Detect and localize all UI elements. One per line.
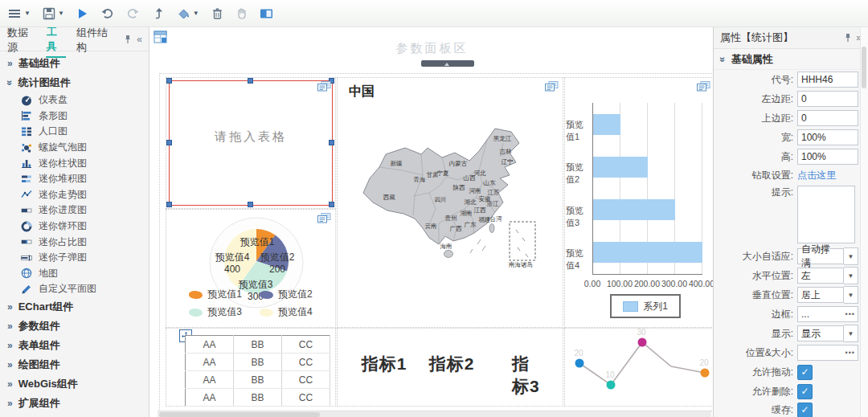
legend-item[interactable]: 预览值3 [189, 305, 242, 319]
dropdown-button[interactable]: ▼ [844, 247, 858, 265]
sidebar-section-6[interactable]: »WebGis组件 [0, 374, 149, 394]
tip-textarea[interactable] [797, 186, 855, 243]
autosize-select[interactable]: 自动撑满 [797, 248, 844, 264]
dropdown-button[interactable]: ▼ [844, 286, 858, 304]
table-cell[interactable]: CC [282, 336, 330, 354]
pin-icon[interactable] [844, 33, 852, 43]
halign-select[interactable]: 左 [797, 268, 844, 284]
line-chart-widget[interactable]: 20103020 [564, 328, 713, 407]
vertical-scrollbar[interactable] [860, 27, 868, 417]
table-placeholder-widget[interactable]: 请拖入表格 [166, 77, 336, 209]
undo-icon[interactable] [100, 7, 114, 20]
table-cell[interactable]: AA [186, 336, 234, 354]
allow-delete-checkbox[interactable]: ✓ [797, 384, 813, 399]
allow-drag-checkbox[interactable]: ✓ [797, 365, 813, 380]
china-map[interactable]: 新疆西藏青海甘肃内蒙古宁夏陕西山西河北黑龙江吉林辽宁山东河南江苏安徽湖北四川贵州… [352, 117, 551, 292]
sidebar-section-0[interactable]: »基础组件 [0, 54, 149, 73]
upload-icon[interactable] [152, 7, 165, 20]
legend-item[interactable]: 预览值2 [260, 288, 313, 301]
delete-icon[interactable] [211, 7, 223, 20]
sidebar-item-仪表盘[interactable]: 仪表盘 [0, 92, 149, 108]
widget-settings-icon[interactable] [317, 213, 331, 223]
resize-handle[interactable] [329, 202, 334, 207]
sidebar-item-地图[interactable]: 地图 [0, 266, 149, 282]
sidebar-section-5[interactable]: »绘图组件 [0, 355, 149, 374]
widget-settings-icon[interactable] [317, 81, 331, 92]
table-cell[interactable]: AA [186, 371, 234, 389]
sidebar-item-迷你子弹图[interactable]: 迷你子弹图 [0, 250, 149, 266]
height-field[interactable]: 100% [797, 149, 858, 165]
more-button[interactable]: ••• [845, 349, 855, 357]
left-margin-field[interactable]: 0 [797, 91, 858, 107]
table-row[interactable]: AABBCC [186, 371, 330, 389]
sidebar-section-1[interactable]: »统计图组件 [0, 73, 149, 92]
table-cell[interactable]: BB [234, 336, 282, 354]
more-button[interactable]: ••• [845, 310, 855, 318]
collapse-sidebar-icon[interactable]: « [137, 34, 142, 45]
sidebar-item-迷你堆积图[interactable]: 迷你堆积图 [0, 171, 149, 187]
valign-select[interactable]: 居上 [797, 287, 844, 303]
width-field[interactable]: 100% [797, 129, 858, 145]
bar-chart-widget[interactable]: 预览值1预览值2预览值3预览值40.00100.00200.00300.0040… [564, 77, 713, 328]
bar[interactable] [593, 114, 620, 135]
table-cell[interactable]: BB [234, 371, 282, 389]
sidebar-item-迷你饼环图[interactable]: 迷你饼环图 [0, 219, 149, 235]
menu-icon[interactable]: ▼ [8, 7, 31, 20]
table-cell[interactable]: AA [186, 354, 234, 371]
drill-settings-link[interactable]: 点击这里 [797, 169, 836, 182]
top-margin-field[interactable]: 0 [797, 110, 858, 126]
table-row[interactable]: AABBCC [186, 336, 330, 354]
border-field[interactable]: ...••• [797, 306, 858, 322]
display-select[interactable]: 显示 [797, 325, 844, 341]
param-panel-collapse-handle[interactable] [421, 60, 474, 67]
pin-icon[interactable] [124, 35, 132, 44]
run-icon[interactable] [76, 7, 88, 20]
dropdown-caret-icon[interactable]: ▼ [24, 10, 31, 17]
table-row[interactable]: AABBCC [186, 354, 330, 371]
widget-settings-icon[interactable] [697, 81, 710, 92]
code-field[interactable]: HHH46 [797, 72, 858, 88]
sidebar-item-螺旋气泡图[interactable]: 螺旋气泡图 [0, 140, 149, 156]
table-cell[interactable]: AA [186, 389, 234, 407]
table-cell[interactable]: CC [282, 354, 330, 371]
data-table[interactable]: AABBCCAABBCCAABBCCAABBCC [185, 335, 330, 407]
sidebar-item-迷你进度图[interactable]: 迷你进度图 [0, 202, 149, 219]
legend-item[interactable]: 预览值1 [189, 288, 242, 301]
sidebar-section-7[interactable]: »扩展组件 [0, 394, 149, 413]
table-cell[interactable]: BB [234, 354, 282, 371]
sidebar-item-迷你走势图[interactable]: 迷你走势图 [0, 187, 149, 203]
widget-settings-icon[interactable] [545, 81, 559, 92]
resize-handle[interactable] [166, 78, 172, 84]
hand-icon[interactable] [235, 7, 248, 20]
resize-handle[interactable] [248, 78, 253, 84]
sidebar-item-条形图[interactable]: 条形图 [0, 108, 149, 125]
sidebar-item-自定义平面图[interactable]: 自定义平面图 [0, 281, 149, 297]
table-row[interactable]: AABBCC [186, 389, 330, 407]
sidebar-section-2[interactable]: »EChart组件 [0, 297, 149, 317]
table-cell[interactable]: BB [234, 389, 282, 407]
table-cell[interactable]: CC [282, 389, 330, 407]
map-widget[interactable]: 中国 新疆西藏青海甘肃内蒙古宁夏陕西山西河北黑龙江吉林辽宁山东河南江苏安徽湖北四… [337, 77, 563, 328]
bar[interactable] [593, 242, 702, 263]
dropdown-caret-icon[interactable]: ▼ [58, 10, 64, 17]
cache-checkbox[interactable]: ✓ [797, 403, 813, 417]
design-canvas[interactable]: 参数面板区 请拖入表格 预览值1预览值2200预览值3300预览值4400预览值… [149, 27, 713, 417]
panel-icon[interactable] [260, 7, 273, 20]
sidebar-section-4[interactable]: »表单组件 [0, 336, 149, 355]
sidebar-item-迷你占比图[interactable]: 迷你占比图 [0, 234, 149, 250]
redo-icon[interactable] [126, 7, 140, 20]
legend-item[interactable]: 预览值4 [260, 305, 313, 319]
metrics-widget[interactable]: 指标1指标2指标3 [337, 328, 563, 407]
resize-handle[interactable] [166, 202, 172, 207]
dropdown-button[interactable]: ▼ [844, 267, 858, 284]
dropdown-caret-icon[interactable]: ▼ [193, 10, 199, 17]
sidebar-item-迷你柱状图[interactable]: 迷你柱状图 [0, 155, 149, 171]
bar-legend[interactable]: 系列1 [610, 294, 681, 318]
table-cell[interactable]: CC [282, 371, 330, 389]
selection-box[interactable]: 请拖入表格 [169, 80, 333, 206]
resize-handle[interactable] [329, 140, 334, 145]
dropdown-button[interactable]: ▼ [844, 325, 858, 342]
horizontal-scrollbar[interactable] [158, 411, 711, 417]
resize-handle[interactable] [166, 140, 172, 145]
bar[interactable] [593, 199, 675, 220]
